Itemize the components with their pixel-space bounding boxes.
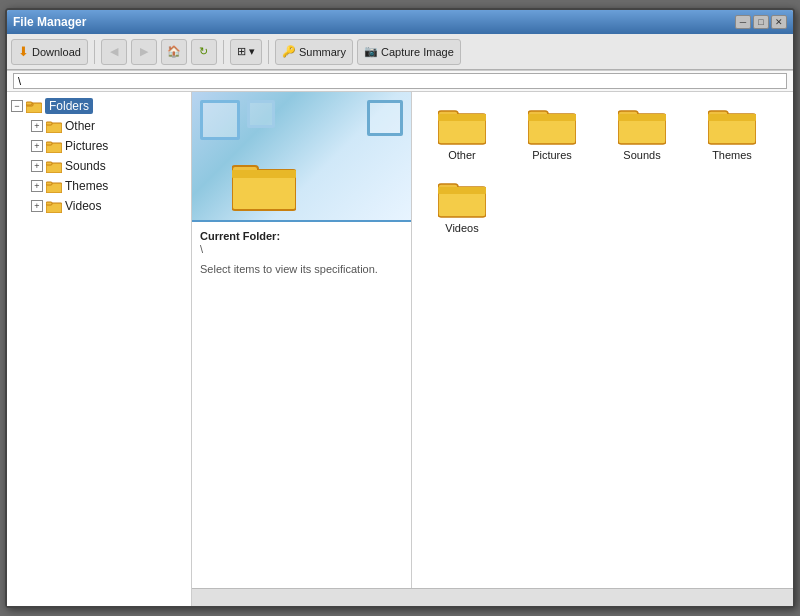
preview-folder-icon (232, 160, 296, 212)
expand-pictures-icon[interactable]: + (31, 140, 43, 152)
preview-info: Current Folder: \ Select items to view i… (192, 222, 411, 283)
back-icon: ◀ (110, 45, 118, 58)
sounds-icon (618, 106, 666, 146)
forward-icon: ▶ (140, 45, 148, 58)
sidebar-videos-label: Videos (65, 199, 101, 213)
pictures-icon (528, 106, 576, 146)
sounds-label: Sounds (623, 149, 660, 161)
close-button[interactable]: ✕ (771, 15, 787, 29)
sidebar-item-root[interactable]: − Folders (7, 96, 191, 116)
root-folder-icon (26, 100, 42, 113)
status-bar (192, 588, 793, 606)
home-icon: 🏠 (167, 45, 181, 58)
home-button[interactable]: 🏠 (161, 39, 187, 65)
deco-square-tr (247, 100, 275, 128)
preview-panel: Current Folder: \ Select items to view i… (192, 92, 412, 588)
window-title: File Manager (13, 15, 86, 29)
sidebar-sounds-label: Sounds (65, 159, 106, 173)
title-bar: File Manager ─ □ ✕ (7, 10, 793, 34)
themes-icon (708, 106, 756, 146)
folder-item-pictures[interactable]: Pictures (512, 102, 592, 165)
icon-area: Other Pictures (412, 92, 793, 588)
file-manager-window: File Manager ─ □ ✕ ⬇ Download ◀ ▶ 🏠 ↻ ⊞ … (5, 8, 795, 608)
preview-hint: Select items to view its specification. (200, 263, 403, 275)
grid-icon: ⊞ (237, 45, 246, 58)
other-folder-icon (46, 120, 62, 133)
sidebar-root-label[interactable]: Folders (45, 98, 93, 114)
download-icon: ⬇ (18, 44, 29, 59)
expand-icon[interactable]: − (11, 100, 23, 112)
deco-square-br (367, 100, 403, 136)
back-button[interactable]: ◀ (101, 39, 127, 65)
current-path: \ (200, 243, 403, 255)
dropdown-icon: ▾ (249, 45, 255, 58)
svg-rect-12 (46, 202, 52, 205)
sidebar: − Folders + Other + (7, 92, 192, 606)
svg-rect-24 (528, 114, 576, 121)
view-toggle-button[interactable]: ⊞ ▾ (230, 39, 262, 65)
current-folder-label: Current Folder: (200, 230, 403, 242)
svg-rect-6 (46, 142, 52, 145)
folder-item-themes[interactable]: Themes (692, 102, 772, 165)
expand-other-icon[interactable]: + (31, 120, 43, 132)
sidebar-item-sounds[interactable]: + Sounds (7, 156, 191, 176)
sidebar-item-themes[interactable]: + Themes (7, 176, 191, 196)
sidebar-pictures-label: Pictures (65, 139, 108, 153)
summary-icon: 🔑 (282, 45, 296, 58)
svg-rect-10 (46, 182, 52, 185)
toolbar-separator-2 (223, 40, 224, 64)
capture-icon: 📷 (364, 45, 378, 58)
svg-rect-32 (708, 114, 756, 121)
expand-themes-icon[interactable]: + (31, 180, 43, 192)
toolbar-separator-3 (268, 40, 269, 64)
content-area: Current Folder: \ Select items to view i… (192, 92, 793, 606)
svg-rect-2 (26, 102, 32, 105)
expand-videos-icon[interactable]: + (31, 200, 43, 212)
themes-folder-icon (46, 180, 62, 193)
other-label: Other (448, 149, 476, 161)
forward-button[interactable]: ▶ (131, 39, 157, 65)
address-input[interactable] (13, 73, 787, 89)
sidebar-item-videos[interactable]: + Videos (7, 196, 191, 216)
address-bar (7, 70, 793, 92)
preview-image-area (192, 92, 411, 222)
folder-item-videos[interactable]: Videos (422, 175, 502, 238)
toolbar-separator-1 (94, 40, 95, 64)
pictures-folder-icon (46, 140, 62, 153)
toolbar: ⬇ Download ◀ ▶ 🏠 ↻ ⊞ ▾ 🔑 Summary 📷 Captu… (7, 34, 793, 70)
svg-rect-36 (438, 187, 486, 194)
svg-rect-28 (618, 114, 666, 121)
deco-square-tl (200, 100, 240, 140)
sidebar-item-other[interactable]: + Other (7, 116, 191, 136)
pictures-label: Pictures (532, 149, 572, 161)
refresh-icon: ↻ (199, 45, 208, 58)
themes-label: Themes (712, 149, 752, 161)
maximize-button[interactable]: □ (753, 15, 769, 29)
expand-sounds-icon[interactable]: + (31, 160, 43, 172)
folder-item-sounds[interactable]: Sounds (602, 102, 682, 165)
sidebar-item-pictures[interactable]: + Pictures (7, 136, 191, 156)
videos-label: Videos (445, 222, 478, 234)
minimize-button[interactable]: ─ (735, 15, 751, 29)
other-icon (438, 106, 486, 146)
file-view: Current Folder: \ Select items to view i… (192, 92, 793, 588)
download-button[interactable]: ⬇ Download (11, 39, 88, 65)
svg-rect-20 (438, 114, 486, 121)
videos-folder-icon (46, 200, 62, 213)
sounds-folder-icon (46, 160, 62, 173)
summary-button[interactable]: 🔑 Summary (275, 39, 353, 65)
sidebar-themes-label: Themes (65, 179, 108, 193)
videos-icon (438, 179, 486, 219)
folder-item-other[interactable]: Other (422, 102, 502, 165)
window-controls: ─ □ ✕ (735, 15, 787, 29)
main-area: − Folders + Other + (7, 92, 793, 606)
svg-rect-4 (46, 122, 52, 125)
refresh-button[interactable]: ↻ (191, 39, 217, 65)
svg-rect-16 (232, 170, 296, 178)
svg-rect-8 (46, 162, 52, 165)
sidebar-other-label: Other (65, 119, 95, 133)
capture-button[interactable]: 📷 Capture Image (357, 39, 461, 65)
